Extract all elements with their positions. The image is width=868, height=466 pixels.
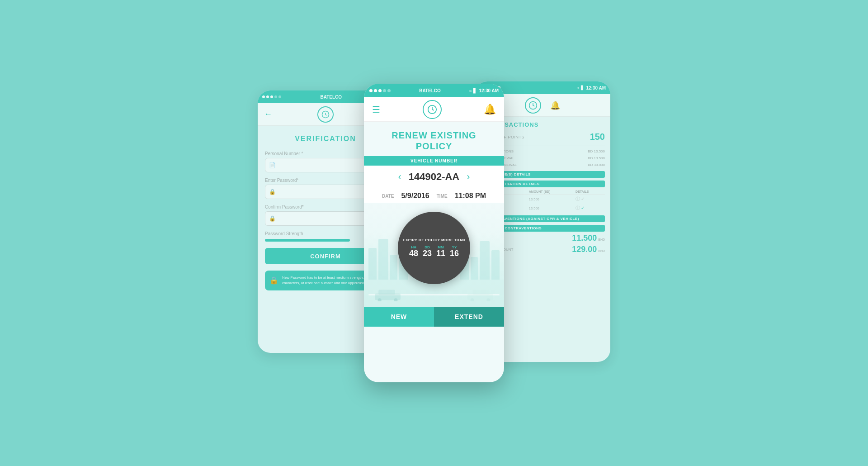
bell-icon-center[interactable]: 🔔	[484, 104, 496, 115]
dd-value: 23	[423, 249, 432, 258]
dot-2	[374, 89, 377, 92]
strength-bar	[265, 239, 350, 242]
vehicle-number: 144902-AA	[409, 171, 460, 183]
back-arrow-left[interactable]: ←	[264, 109, 272, 119]
svg-rect-3	[378, 290, 395, 295]
signal-icon-center: ▋	[473, 88, 477, 93]
nav-bar-center: ☰ 🔔	[364, 97, 504, 122]
time-label: TIME	[437, 194, 448, 199]
dot-4	[383, 89, 386, 92]
reg-detail-2: ⓘ ✓	[575, 204, 605, 213]
signal-icon-right: ▋	[581, 86, 584, 90]
timer-hh: HH 48	[409, 245, 418, 258]
building-3	[390, 255, 397, 280]
info-icon-2[interactable]: ⓘ	[576, 205, 580, 210]
dot-1	[369, 89, 373, 92]
wifi-icon-right: ≈	[577, 86, 580, 90]
car-right	[466, 287, 495, 304]
date-time-row: DATE 5/9/2016 TIME 11:08 PM	[364, 188, 504, 203]
building-2	[378, 239, 388, 280]
main-body-center: RENEW EXISTING POLICY VEHICLE NUMBER ‹ 1…	[364, 122, 504, 327]
col-header-3: DETAILS	[575, 189, 605, 195]
next-vehicle-arrow[interactable]: ›	[467, 171, 470, 183]
timer-dd: DD 23	[423, 245, 432, 258]
svg-rect-7	[473, 290, 490, 295]
dot-3	[378, 89, 382, 92]
elected-amount-value: 129.00	[572, 245, 597, 254]
mm-value: 11	[436, 249, 445, 258]
status-bar-center: BATELCO ≈ ▋ 12:30 AM	[364, 84, 504, 97]
amount-due-value: 11.500	[572, 233, 597, 243]
building-5	[491, 250, 500, 280]
trans-value-3: BD 30.000	[588, 163, 605, 167]
action-buttons: NEW EXTEND	[364, 307, 504, 327]
screen-renew-policy: BATELCO ≈ ▋ 12:30 AM ☰ 🔔 RENEW EXISTING …	[364, 84, 504, 382]
lock-icon-info: 🔒	[269, 276, 278, 285]
time-right: 12:30 AM	[586, 86, 606, 90]
hh-value: 48	[409, 249, 418, 258]
reg-detail-1: ⓘ ✓	[575, 195, 605, 204]
reg-amount-2: 13.500	[528, 204, 575, 213]
logo-right	[525, 97, 541, 114]
points-value: 150	[590, 132, 605, 142]
lock-icon-1: 🔒	[269, 189, 276, 195]
info-icon-1[interactable]: ⓘ	[576, 196, 580, 201]
bell-icon-right[interactable]: 🔔	[550, 100, 560, 110]
logo-center	[423, 100, 442, 119]
yy-value: 16	[450, 249, 459, 258]
col-header-2: AMOUNT (BD)	[528, 189, 575, 195]
vehicle-number-row: ‹ 144902-AA ›	[364, 166, 504, 188]
carrier-left: BATELCO	[320, 95, 342, 100]
wifi-icon-center: ≈	[469, 88, 472, 93]
building-7	[471, 257, 478, 280]
time-center: 12:30 AM	[479, 88, 499, 93]
check-icon-2: ✓	[581, 205, 585, 210]
extend-button[interactable]: EXTEND	[434, 307, 504, 327]
expiry-text: EXPIRY OF POLICY MORE THAN	[403, 238, 465, 243]
elected-amount-unit: BND	[598, 249, 605, 252]
date-value: 5/9/2016	[401, 192, 429, 200]
card-icon: 📄	[269, 162, 276, 168]
dot-5	[387, 89, 391, 92]
time-value: 11:08 PM	[455, 192, 486, 200]
lock-icon-2: 🔒	[269, 215, 276, 222]
check-icon-1: ✓	[581, 196, 585, 201]
trans-value-1: BD 13.500	[588, 149, 605, 153]
timer-units: HH 48 DD 23 MM 11 YY 16	[409, 245, 459, 258]
menu-icon[interactable]: ☰	[372, 104, 380, 115]
timer-circle: EXPIRY OF POLICY MORE THAN HH 48 DD 23 M…	[398, 212, 470, 284]
dots-center	[369, 89, 391, 92]
date-label: DATE	[382, 194, 394, 199]
timer-mm: MM 11	[436, 245, 445, 258]
carrier-center: BATELCO	[419, 88, 441, 93]
amount-due-unit: BND	[598, 238, 605, 241]
city-background: EXPIRY OF POLICY MORE THAN HH 48 DD 23 M…	[364, 203, 504, 307]
page-title-center: RENEW EXISTING POLICY	[364, 122, 504, 156]
building-1	[368, 248, 377, 280]
logo-left	[317, 106, 334, 123]
status-right-center: ≈ ▋ 12:30 AM	[469, 88, 499, 93]
prev-vehicle-arrow[interactable]: ‹	[398, 171, 401, 183]
timer-yy: YY 16	[450, 245, 459, 258]
vehicle-header: VEHICLE NUMBER	[364, 156, 504, 166]
reg-amount-1: 13.500	[528, 195, 575, 204]
new-button[interactable]: NEW	[364, 307, 434, 327]
car-left	[373, 287, 402, 304]
building-6	[480, 241, 490, 280]
trans-value-2: BD 13.500	[588, 156, 605, 160]
